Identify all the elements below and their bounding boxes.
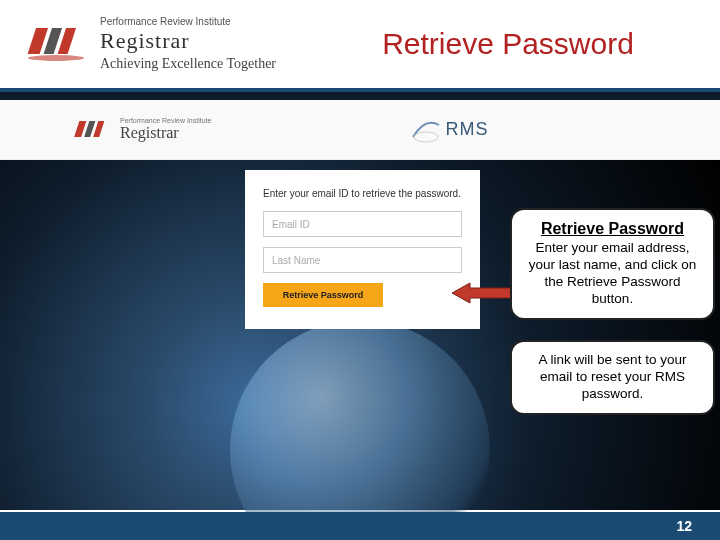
form-prompt: Enter your email ID to retrieve the pass… bbox=[263, 188, 462, 199]
lastname-field[interactable]: Last Name bbox=[263, 247, 462, 273]
slide-footer: 12 bbox=[0, 512, 720, 540]
callout-body-2: A link will be sent to your email to res… bbox=[526, 352, 699, 403]
svg-rect-6 bbox=[93, 121, 104, 137]
mini-pri-name: Performance Review Institute bbox=[120, 117, 211, 125]
svg-marker-8 bbox=[452, 283, 512, 303]
callout-link: A link will be sent to your email to res… bbox=[510, 340, 715, 415]
slide-header: Performance Review Institute Registrar A… bbox=[0, 0, 720, 88]
pri-logo-mark-icon bbox=[20, 22, 92, 66]
callout-retrieve: Retrieve Password Enter your email addre… bbox=[510, 208, 715, 320]
globe-graphic-icon bbox=[230, 320, 490, 540]
registrar-word: Registrar bbox=[100, 28, 276, 54]
red-arrow-icon bbox=[452, 282, 512, 304]
svg-point-3 bbox=[28, 55, 84, 61]
svg-rect-4 bbox=[74, 121, 86, 137]
pri-tagline: Achieving Excellence Together bbox=[100, 56, 276, 72]
retrieve-form-panel: Enter your email ID to retrieve the pass… bbox=[245, 170, 480, 329]
callout-title: Retrieve Password bbox=[526, 220, 699, 238]
pri-logo-small-icon bbox=[70, 119, 114, 141]
mini-pri-logo: Performance Review Institute Registrar bbox=[70, 117, 211, 143]
retrieve-password-button[interactable]: Retrieve Password bbox=[263, 283, 383, 307]
mini-registrar: Registrar bbox=[120, 124, 211, 142]
rms-swoosh-icon bbox=[411, 115, 441, 145]
divider-bands: Performance Review Institute Registrar R… bbox=[0, 88, 720, 160]
screenshot-header-bar: Performance Review Institute Registrar R… bbox=[0, 100, 720, 160]
svg-point-7 bbox=[414, 132, 438, 142]
pri-logo-main: Performance Review Institute Registrar A… bbox=[20, 16, 276, 72]
svg-rect-5 bbox=[84, 121, 95, 137]
email-field[interactable]: Email ID bbox=[263, 211, 462, 237]
rms-text: RMS bbox=[445, 119, 488, 140]
rms-logo: RMS bbox=[411, 115, 488, 145]
pri-name: Performance Review Institute bbox=[100, 16, 276, 28]
page-number: 12 bbox=[676, 518, 692, 534]
page-title: Retrieve Password bbox=[316, 27, 700, 61]
callout-body-1: Enter your email address, your last name… bbox=[526, 240, 699, 308]
